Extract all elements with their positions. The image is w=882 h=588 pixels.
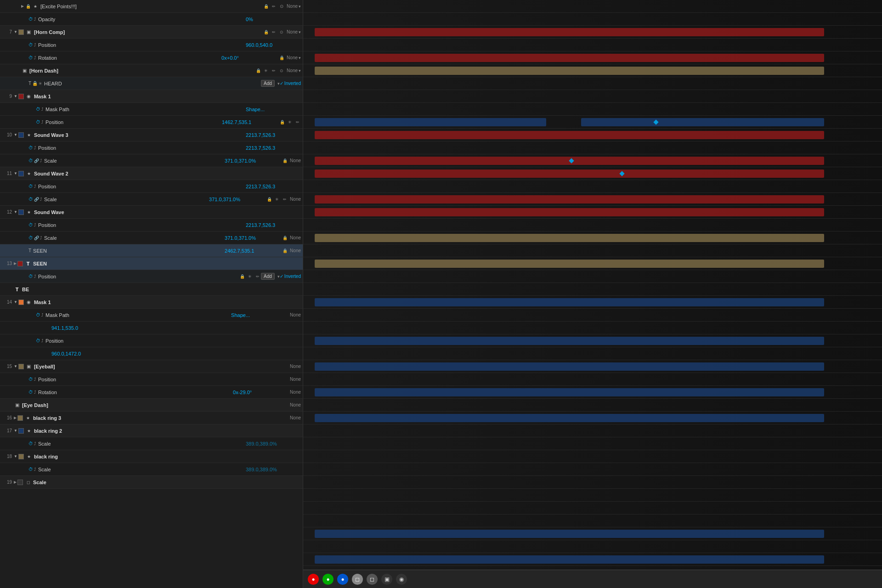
toolbar-icon[interactable]: ● xyxy=(337,574,348,585)
property-value[interactable]: 2213.7,526.3 xyxy=(246,222,301,228)
layer-row[interactable]: 13 ▶ T SEEN xyxy=(0,257,303,270)
expand-icon[interactable]: ▶ xyxy=(14,480,17,484)
property-value[interactable]: 371.0,371.0% xyxy=(209,197,264,202)
expand-icon[interactable]: ▼ xyxy=(14,133,17,137)
lock-ctrl-icon[interactable]: 🔒 xyxy=(279,119,285,125)
layer-row[interactable]: 9 ▼ ◉ Mask 1 xyxy=(0,90,303,103)
lock-ctrl-icon[interactable]: 🔒 xyxy=(282,235,288,241)
layer-row[interactable]: ▣ [Eye Dash] None xyxy=(0,399,303,412)
layer-row[interactable]: 12 ▼ ★ Sound Wave xyxy=(0,206,303,219)
toolbar-icon[interactable]: ● xyxy=(322,574,334,585)
clock-icon[interactable]: ⏱ xyxy=(28,390,33,395)
lock-ctrl-icon[interactable]: 🔒 xyxy=(239,273,245,280)
property-value[interactable]: 1462.7,535.1 xyxy=(222,119,277,125)
clock-icon[interactable]: ⏱ xyxy=(28,222,33,227)
lock-ctrl-icon[interactable]: 🔒 xyxy=(263,29,269,35)
toolbar-icon[interactable]: ● xyxy=(308,574,319,585)
clock-icon[interactable]: ⏱ xyxy=(36,312,40,317)
layer-row[interactable]: ▶ 🔒 ★ [Excite Points!!!] 🔒 ✏ ⊙ None ▾ xyxy=(0,0,303,13)
clock-icon[interactable]: ⏱ xyxy=(28,197,33,202)
property-value[interactable]: 371.0,371.0% xyxy=(225,235,280,241)
clock-icon[interactable]: ⏱ xyxy=(28,17,33,22)
layer-row[interactable]: 14 ▼ ◉ Mask 1 xyxy=(0,296,303,309)
lock-ctrl-icon[interactable]: 🔒 xyxy=(266,196,272,203)
expand-icon[interactable]: ▶ xyxy=(14,261,17,266)
layer-row[interactable]: ▣ [Horn Dash] 🔒 ✳ ✏ ⊙ None ▾ xyxy=(0,64,303,77)
clock-icon[interactable]: ⏱ xyxy=(28,235,33,240)
clock-icon[interactable]: ⏱ xyxy=(28,42,33,47)
star-icon[interactable]: ✳ xyxy=(263,68,269,74)
layer-row[interactable]: 18 ▼ ★ black ring xyxy=(0,450,303,463)
toolbar-icon[interactable]: ◻ xyxy=(352,574,363,585)
layer-row[interactable]: 16 ▶ ★ black ring 3 None xyxy=(0,412,303,424)
clock-icon[interactable]: ⏱ xyxy=(28,467,33,472)
star-icon[interactable]: ✳ xyxy=(287,119,293,125)
pencil-icon[interactable]: ✏ xyxy=(271,3,277,10)
dropdown-arrow[interactable]: ▾ xyxy=(299,68,301,73)
pencil-icon[interactable]: ✏ xyxy=(254,273,261,280)
clock-icon[interactable]: ⏱ xyxy=(28,184,33,189)
expand-icon[interactable]: ▼ xyxy=(14,171,17,175)
expand-icon[interactable]: ▼ xyxy=(14,30,17,34)
layer-row[interactable]: 19 ▶ ◻ Scale xyxy=(0,476,303,489)
toolbar-icon[interactable]: ▣ xyxy=(381,574,392,585)
property-row[interactable]: T SEEN 2462.7,535.1 🔒 None xyxy=(0,244,303,257)
property-value[interactable]: Shape... xyxy=(246,107,301,112)
add-button[interactable]: Add xyxy=(261,80,275,87)
pencil-icon[interactable]: ✏ xyxy=(282,196,288,203)
clock-icon[interactable]: ⏱ xyxy=(28,377,33,382)
property-value[interactable]: 0% xyxy=(246,17,301,22)
star-icon[interactable]: ✳ xyxy=(274,196,280,203)
layer-row[interactable]: 7 ▼ ▣ [Horn Comp] 🔒 ✏ ⊙ None ▾ xyxy=(0,26,303,39)
clock-icon[interactable]: ⏱ xyxy=(36,107,40,112)
expand-icon[interactable]: ▼ xyxy=(14,429,17,433)
property-value[interactable]: 371.0,371.0% xyxy=(225,158,280,164)
add-button[interactable]: Add xyxy=(261,273,275,280)
layer-row[interactable]: 15 ▼ ▣ [Eyeball] None xyxy=(0,360,303,373)
expand-icon[interactable]: ▼ xyxy=(14,210,17,214)
dropdown-arrow[interactable]: ▾ xyxy=(299,56,301,60)
property-value[interactable]: 2213.7,526.3 xyxy=(246,145,301,151)
property-row: ⏱ ⤴ Scale 389.0,389.0% xyxy=(0,463,303,476)
clock-icon[interactable]: ⏱ xyxy=(28,55,33,60)
expand-icon[interactable]: ▼ xyxy=(14,364,17,368)
layer-row[interactable]: 10 ▼ ★ Sound Wave 3 2213.7,526.3 xyxy=(0,129,303,141)
clock-icon[interactable]: ⏱ xyxy=(36,119,40,124)
layer-row[interactable]: 11 ▼ ★ Sound Wave 2 xyxy=(0,167,303,180)
dropdown-arrow[interactable]: ▾ xyxy=(299,4,301,9)
property-value[interactable]: 0x-29.0° xyxy=(233,390,288,395)
clock-icon[interactable]: ⏱ xyxy=(28,158,33,163)
lock-ctrl-icon[interactable]: 🔒 xyxy=(255,68,261,74)
clock-icon[interactable]: ⏱ xyxy=(36,338,40,343)
expand-icon[interactable]: ▼ xyxy=(14,300,17,304)
dropdown-arrow[interactable]: ▾ xyxy=(299,30,301,34)
property-name: Position xyxy=(38,222,246,228)
pencil-icon[interactable]: ✏ xyxy=(271,68,277,74)
circle-icon: ⊙ xyxy=(278,29,285,35)
property-value[interactable]: 2462.7,535.1 xyxy=(225,248,280,254)
expand-icon[interactable]: ▶ xyxy=(21,4,24,8)
star-icon[interactable]: ✳ xyxy=(247,273,253,280)
property-value[interactable]: 389.0,389.0% xyxy=(246,467,301,472)
property-value[interactable]: 0x+0.0° xyxy=(221,55,277,61)
clock-icon[interactable]: ⏱ xyxy=(28,441,33,446)
property-value[interactable]: 960.0,540.0 xyxy=(246,42,301,48)
property-value[interactable]: 2213.7,526.3 xyxy=(246,184,301,189)
pencil-icon[interactable]: ✏ xyxy=(271,29,277,35)
property-value[interactable]: Shape... xyxy=(231,312,286,318)
expand-icon[interactable]: ▼ xyxy=(14,94,17,98)
layer-row[interactable]: T BE xyxy=(0,283,303,296)
toolbar-icon[interactable]: ◻ xyxy=(367,574,378,585)
toolbar-icon[interactable]: ◉ xyxy=(396,574,407,585)
expand-icon[interactable]: ▼ xyxy=(14,454,17,458)
property-value[interactable]: 389.0,389.0% xyxy=(246,441,301,447)
expand-icon[interactable]: ▶ xyxy=(14,416,17,420)
pencil-icon[interactable]: ✏ xyxy=(294,119,301,125)
clock-icon[interactable]: ⏱ xyxy=(28,145,33,150)
color-swatch xyxy=(18,428,24,434)
lock-ctrl-icon[interactable]: 🔒 xyxy=(282,158,288,164)
lock-ctrl-icon[interactable]: 🔒 xyxy=(278,55,285,61)
clock-icon[interactable]: ⏱ xyxy=(28,274,33,279)
layer-row[interactable]: 17 ▼ ★ black ring 2 xyxy=(0,424,303,437)
lock-ctrl-icon[interactable]: 🔒 xyxy=(263,3,269,10)
